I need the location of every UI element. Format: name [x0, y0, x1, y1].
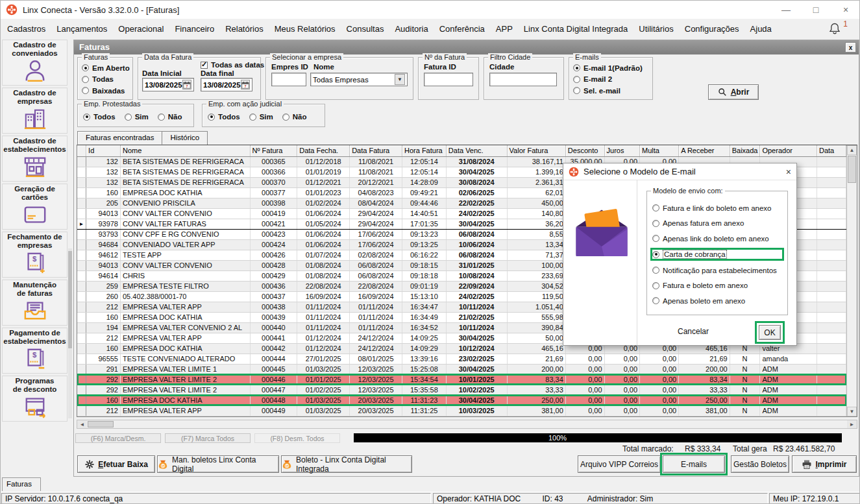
menu-cadastros[interactable]: Cadastros: [7, 24, 45, 34]
menu-meus-relatorios[interactable]: Meus Relatórios: [275, 24, 336, 34]
scroll-right-icon[interactable]: ►: [847, 420, 857, 428]
table-row[interactable]: 212EMPRESA VALTER APP00044901/03/202520/…: [77, 405, 846, 416]
cancelar-button[interactable]: Cancelar: [678, 327, 709, 336]
sidebar-item-programas-de-desconto[interactable]: Programasde desconto: [2, 376, 68, 422]
table-row[interactable]: 292EMPRESA VALTER LIMITE 200044601/01/20…: [77, 374, 846, 385]
f8-desm-todos-button[interactable]: (F8) Desm. Todos: [254, 433, 340, 443]
radio-e-mail-1-padrao[interactable]: E-mail 1(Padrão): [573, 64, 648, 72]
ok-button[interactable]: OK: [759, 325, 781, 340]
cidade-input[interactable]: [489, 73, 557, 86]
notifications-bell-icon[interactable]: [828, 22, 841, 35]
boleto-integrada-button[interactable]: $ Boleto - Linx Conta Digital Integrada: [281, 455, 412, 473]
data-inicial-field[interactable]: 13/08/2025 7: [142, 78, 194, 91]
radio-apenas-boleto-em-anexo[interactable]: Apenas boleto em anexo: [652, 297, 782, 305]
table-row[interactable]: 292EMPRESA VALTER LIMITE 200044701/02/20…: [77, 385, 846, 395]
radio-baixadas[interactable]: Baixadas: [82, 87, 129, 95]
panel-close-button[interactable]: x: [845, 42, 856, 53]
column-header-data-venc[interactable]: Data Venc.: [446, 145, 507, 156]
sidebar-item-cadastro-de-empresas[interactable]: Cadastro deempresas: [2, 88, 68, 134]
sidebar-item-geracao-de-cartoes[interactable]: Geração decartões: [2, 184, 68, 230]
fatura-id-input[interactable]: [424, 73, 473, 86]
radio-fatura-e-link-do-boleto-em-anexo[interactable]: Fatura e link do boleto em anexo: [652, 204, 782, 212]
column-header-data-fatura[interactable]: Data Fatura: [350, 145, 402, 156]
close-button[interactable]: ×: [831, 1, 860, 19]
column-header-n-fatura[interactable]: Nº Fatura: [250, 145, 297, 156]
column-header-data[interactable]: Data: [817, 145, 846, 156]
menu-auditoria[interactable]: Auditoria: [395, 24, 428, 34]
chevron-down-icon[interactable]: ▼: [395, 74, 405, 85]
abrir-button[interactable]: Abrir: [708, 84, 759, 100]
table-row[interactable]: 291EMPRESA VALTER LIMITE 100044501/03/20…: [77, 364, 846, 374]
column-header-nome[interactable]: Nome: [120, 145, 250, 156]
man-boletos-button[interactable]: $ Man. boletos Linx Conta Digital: [157, 455, 279, 473]
empresa-combo[interactable]: Todas Empresas ▼: [310, 73, 408, 86]
calendar-icon[interactable]: 7: [182, 80, 191, 90]
gestao-boletos-button[interactable]: Gestão Boletos: [731, 455, 789, 473]
menu-app[interactable]: APP: [496, 24, 513, 34]
column-header-desconto[interactable]: Desconto: [565, 145, 604, 156]
column-header-multa[interactable]: Multa: [640, 145, 679, 156]
calendar-icon[interactable]: 7: [241, 80, 250, 90]
scrollbar-thumb[interactable]: [88, 421, 114, 427]
radio-todos[interactable]: Todos: [208, 113, 240, 121]
column-header-juros[interactable]: Juros: [604, 145, 640, 156]
minimize-button[interactable]: —: [771, 1, 801, 19]
radio-apenas-link-do-boleto-em-anexo[interactable]: Apenas link do boleto em anexo: [652, 235, 782, 243]
arquivo-vipp-button[interactable]: Arquivo VIPP Correios: [578, 455, 661, 473]
maximize-button[interactable]: □: [801, 1, 831, 19]
data-final-field[interactable]: 13/08/2025 7: [201, 78, 252, 91]
radio-sim[interactable]: Sim: [249, 113, 273, 121]
sidebar-item-cadastro-de-estabelecimentos[interactable]: Cadastro deestabelecimentos: [2, 136, 68, 182]
f6-marca-desm-button[interactable]: (F6) Marca/Desm.: [75, 433, 161, 443]
radio-e-mail-2[interactable]: E-mail 2: [573, 75, 648, 83]
mdi-tab-faturas[interactable]: Faturas: [2, 477, 41, 491]
sidebar-scrollbar[interactable]: [68, 248, 72, 418]
grid-horizontal-scrollbar[interactable]: ◄ ►: [77, 420, 857, 429]
table-row[interactable]: 160EMPRESA DOC KATHIA00044801/03/202520/…: [77, 395, 846, 405]
empres-id-input[interactable]: [271, 73, 306, 86]
scroll-up-icon[interactable]: ▲: [847, 145, 857, 155]
sidebar-item-manutencao-de-faturas[interactable]: Manutençãode faturas: [2, 280, 68, 326]
f7-marca-todos-button[interactable]: (F7) Marca Todos: [165, 433, 251, 443]
menu-linx-conta-digital-integrada[interactable]: Linx Conta Digital Integrada: [524, 24, 628, 34]
column-header-indicator[interactable]: [77, 145, 86, 156]
radio-notificacao-para-estabelecimentos[interactable]: Notificação para estabelecimentos: [652, 267, 782, 274]
menu-utilitarios[interactable]: Utilitários: [639, 24, 673, 34]
sidebar-item-cadastro-de-conveniados[interactable]: Cadastro deconveniados: [2, 40, 68, 86]
radio-sim[interactable]: Sim: [125, 113, 149, 121]
sidebar-item-fechamento-de-empresas[interactable]: Fechamento deempresas$: [2, 232, 68, 278]
menu-conferencia[interactable]: Conferência: [439, 24, 485, 34]
menu-relatorios[interactable]: Relatórios: [225, 24, 264, 34]
menu-ajuda[interactable]: Ajuda: [750, 24, 772, 34]
scroll-down-icon[interactable]: ▼: [847, 407, 857, 416]
column-header-a-receber[interactable]: A Receber: [679, 145, 730, 156]
todas-as-datas-checkbox[interactable]: Todas as datas: [201, 61, 258, 69]
radio-nao[interactable]: Não: [282, 113, 307, 121]
menu-consultas[interactable]: Consultas: [347, 24, 384, 34]
emails-button[interactable]: E-mails: [663, 455, 725, 473]
column-header-valor-fatura[interactable]: Valor Fatura: [507, 145, 565, 156]
radio-apenas-fatura-em-anexo[interactable]: Apenas fatura em anexo: [652, 219, 782, 227]
radio-nao[interactable]: Não: [158, 113, 182, 121]
tab-historico[interactable]: Histórico: [162, 131, 208, 145]
radio-carta-de-cobranca[interactable]: Carta de cobrança: [652, 250, 782, 259]
scroll-left-icon[interactable]: ◄: [77, 420, 87, 428]
radio-em-aberto[interactable]: Em Aberto: [82, 64, 129, 72]
sidebar-item-pagamento-de-estabelecimentos[interactable]: Pagamento deestabelecimentos$: [2, 328, 68, 374]
column-header-id[interactable]: Id: [86, 145, 121, 156]
column-header-baixada[interactable]: Baixada: [730, 145, 760, 156]
menu-financeiro[interactable]: Financeiro: [175, 24, 214, 34]
radio-fatura-e-boleto-em-anexo[interactable]: Fatura e boleto em anexo: [652, 282, 782, 289]
efetuar-baixa-button[interactable]: Efetuar Baixa: [77, 455, 155, 473]
dialog-close-icon[interactable]: ×: [786, 167, 791, 177]
column-header-data-fecha[interactable]: Data Fecha.: [297, 145, 350, 156]
column-header-operador[interactable]: Operador: [760, 145, 817, 156]
radio-todos[interactable]: Todos: [83, 113, 116, 121]
radio-todas[interactable]: Todas: [82, 75, 129, 83]
table-row[interactable]: 96555TESTE CONVENIADO ALTERADO00044427/0…: [77, 354, 846, 364]
radio-sel-e-mail[interactable]: Sel. e-mail: [573, 87, 648, 95]
grid-vertical-scrollbar[interactable]: ▲ ▼: [846, 145, 857, 416]
tab-faturas-encontradas[interactable]: Faturas encontradas: [77, 131, 162, 145]
menu-operacional[interactable]: Operacional: [118, 24, 164, 34]
scrollbar-thumb[interactable]: [848, 156, 856, 183]
